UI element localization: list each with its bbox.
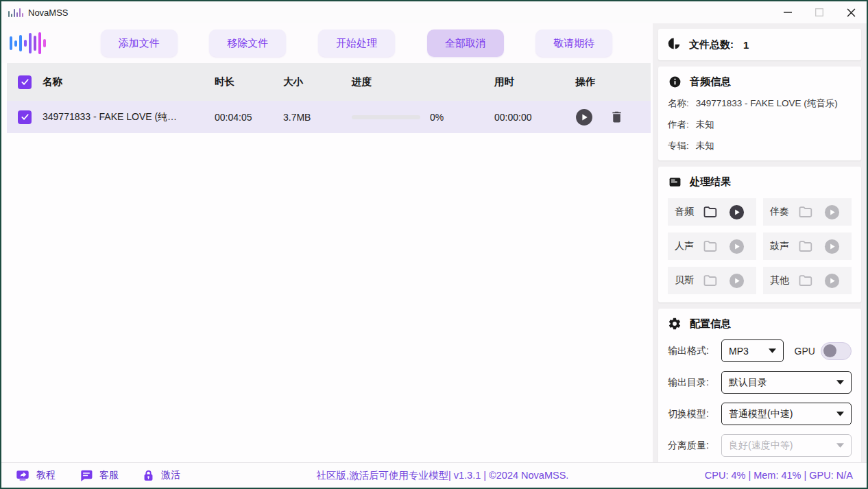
quality-select: 良好(速度中等): [721, 434, 852, 457]
version-info: 社区版,激活后可使用专业模型| v1.3.1 | ©2024 NovaMSS.: [180, 469, 705, 482]
gear-icon: [668, 317, 682, 331]
column-header-time: 用时: [494, 75, 575, 88]
file-name: 349771833 - FAKE LOVE (纯…: [43, 111, 215, 123]
column-header-name: 名称: [43, 75, 215, 88]
tutorial-link[interactable]: 教程: [15, 468, 56, 483]
support-link[interactable]: 客服: [79, 468, 119, 483]
quality-label: 分离质量:: [668, 440, 721, 452]
start-processing-button[interactable]: 开始处理: [318, 29, 395, 57]
toolbar-buttons: 添加文件 移除文件 开始处理 全部取消 敬请期待: [69, 29, 644, 57]
drums-folder-button[interactable]: [797, 238, 814, 254]
audio-play-button[interactable]: [729, 204, 745, 220]
bass-play-button[interactable]: [729, 273, 745, 289]
minimize-button[interactable]: [772, 1, 804, 23]
model-select[interactable]: 普通模型(中速): [721, 403, 852, 425]
tutorial-icon: [15, 468, 30, 483]
model-row: 切换模型: 普通模型(中速): [668, 403, 852, 425]
close-button[interactable]: [835, 1, 867, 23]
file-table: 名称 时长 大小 进度 用时 操作 349771833 - FAKE LOVE …: [7, 63, 651, 133]
table-row[interactable]: 349771833 - FAKE LOVE (纯… 00:04:05 3.7MB…: [7, 101, 651, 133]
maximize-button[interactable]: [804, 1, 835, 23]
toggle-knob: [823, 344, 836, 357]
output-dir-select[interactable]: 默认目录: [721, 371, 852, 394]
result-cell-accompaniment: 伴奏: [763, 198, 852, 226]
column-header-actions: 操作: [575, 75, 651, 88]
quality-row: 分离质量: 良好(速度中等): [668, 434, 852, 457]
row-actions: [575, 108, 651, 126]
chevron-down-icon: [769, 348, 776, 353]
footer-links: 教程 客服 激活: [15, 468, 180, 483]
other-folder-button[interactable]: [797, 272, 814, 289]
app-waveform-icon-small: [8, 8, 23, 17]
add-file-button[interactable]: 添加文件: [101, 29, 178, 57]
total-files-label: 文件总数:: [689, 38, 734, 51]
system-stats: CPU: 4% | Mem: 41% | GPU: N/A: [705, 470, 853, 481]
tutorial-label: 教程: [36, 469, 56, 481]
table-empty-area: [1, 133, 653, 462]
result-cell-vocals: 人声: [668, 232, 756, 260]
output-format-row: 输出格式: MP3 GPU: [668, 339, 852, 362]
column-header-duration: 时长: [215, 75, 283, 88]
remove-file-button[interactable]: 移除文件: [209, 29, 286, 57]
results-card-icon: [668, 175, 682, 189]
gpu-label: GPU: [795, 346, 815, 357]
table-header-row: 名称 时长 大小 进度 用时 操作: [7, 63, 651, 101]
activate-link[interactable]: 激活: [142, 469, 180, 482]
info-icon: [668, 75, 682, 88]
result-cell-drums: 鼓声: [763, 232, 852, 260]
config-card: 配置信息 输出格式: MP3 GPU 输出目录: 默认目录: [658, 309, 861, 462]
window-controls: [772, 1, 867, 23]
row-checkbox[interactable]: [18, 110, 32, 124]
total-files-value: 1: [743, 39, 749, 51]
audio-folder-button[interactable]: [702, 204, 719, 220]
progress-bar: [352, 115, 420, 119]
audio-name-field: 名称: 349771833 - FAKE LOVE (纯音乐): [668, 97, 852, 110]
main-panel: 添加文件 移除文件 开始处理 全部取消 敬请期待 名称 时长 大小: [1, 23, 653, 462]
total-files-card: 文件总数: 1: [658, 29, 861, 60]
row-delete-button[interactable]: [610, 110, 624, 124]
cancel-all-button[interactable]: 全部取消: [427, 29, 504, 57]
output-format-select[interactable]: MP3: [721, 339, 784, 362]
select-all-checkbox[interactable]: [18, 75, 32, 89]
audio-info-card: 音频信息 名称: 349771833 - FAKE LOVE (纯音乐) 作者:…: [658, 67, 861, 160]
bass-folder-button[interactable]: [702, 272, 719, 289]
results-grid: 音频 伴奏 人声: [668, 198, 852, 294]
vocals-play-button[interactable]: [729, 239, 745, 254]
output-dir-row: 输出目录: 默认目录: [668, 371, 852, 394]
progress-label: 0%: [430, 112, 444, 123]
output-dir-label: 输出目录:: [668, 377, 721, 389]
pie-chart-icon: [668, 37, 681, 52]
accompaniment-folder-button[interactable]: [797, 204, 814, 220]
results-card: 处理结果 音频 伴奏: [658, 167, 861, 302]
result-cell-audio: 音频: [668, 198, 756, 226]
activate-label: 激活: [161, 469, 180, 481]
chevron-down-icon: [836, 443, 844, 448]
toolbar: 添加文件 移除文件 开始处理 全部取消 敬请期待: [1, 23, 653, 63]
gpu-toggle[interactable]: [821, 342, 852, 360]
drums-play-button[interactable]: [824, 239, 840, 254]
vocals-folder-button[interactable]: [702, 238, 719, 254]
content-area: 添加文件 移除文件 开始处理 全部取消 敬请期待 名称 时长 大小: [1, 23, 867, 462]
window-title: NovaMSS: [28, 8, 69, 18]
column-header-progress: 进度: [352, 75, 494, 88]
result-cell-bass: 贝斯: [668, 267, 756, 294]
result-cell-other: 其他: [763, 267, 852, 294]
app-waveform-logo-icon: [10, 29, 69, 57]
accompaniment-play-button[interactable]: [824, 204, 840, 220]
config-title: 配置信息: [690, 318, 731, 331]
file-progress: 0%: [352, 112, 494, 123]
other-play-button[interactable]: [824, 273, 840, 289]
audio-album-field: 专辑: 未知: [668, 140, 852, 152]
coming-soon-button[interactable]: 敬请期待: [535, 29, 612, 57]
file-duration: 00:04:05: [215, 112, 283, 123]
output-format-label: 输出格式:: [668, 345, 721, 357]
support-label: 客服: [99, 469, 119, 481]
results-title: 处理结果: [690, 176, 731, 189]
chevron-down-icon: [836, 380, 844, 385]
activate-lock-icon: [142, 469, 155, 482]
status-bar: 教程 客服 激活 社区版,激活后可使用专业模型| v1.3.1 | ©2024 …: [1, 462, 867, 488]
audio-info-title: 音频信息: [690, 75, 731, 88]
column-header-size: 大小: [283, 75, 352, 88]
file-elapsed-time: 00:00:00: [494, 112, 575, 123]
row-play-button[interactable]: [575, 108, 593, 126]
